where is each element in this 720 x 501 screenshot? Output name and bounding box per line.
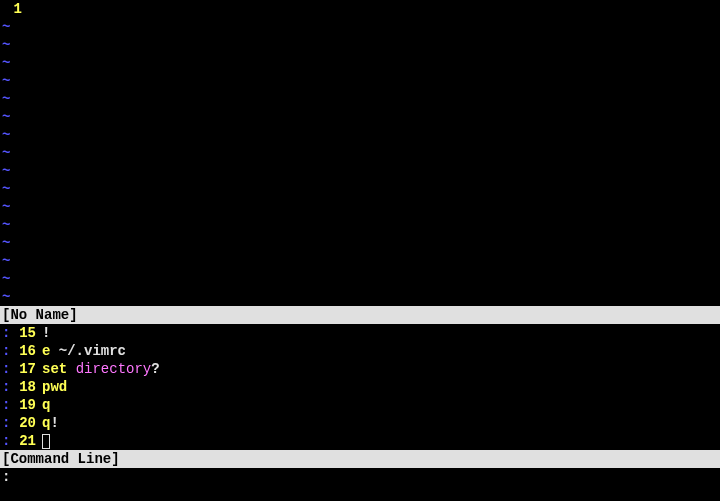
history-colon: : <box>0 342 12 360</box>
tilde-marker: ~ <box>0 90 28 108</box>
history-line-number: 20 <box>12 414 36 432</box>
empty-line: ~ <box>0 252 720 270</box>
token: ? <box>151 361 159 377</box>
cmdwin-status-line: [Command Line] <box>0 450 720 468</box>
tilde-marker: ~ <box>0 252 28 270</box>
history-command: q <box>36 396 50 414</box>
command-history-buffer[interactable]: :15!:16e ~/.vimrc:17set directory?:18pwd… <box>0 324 720 450</box>
history-line[interactable]: :18pwd <box>0 378 720 396</box>
history-line-number: 16 <box>12 342 36 360</box>
history-line[interactable]: :21 <box>0 432 720 450</box>
tilde-marker: ~ <box>0 144 28 162</box>
history-command <box>36 432 50 450</box>
empty-line: ~ <box>0 126 720 144</box>
tilde-marker: ~ <box>0 270 28 288</box>
command-line[interactable]: : <box>0 468 720 486</box>
tilde-marker: ~ <box>0 198 28 216</box>
top-buffer[interactable]: 1~~~~~~~~~~~~~~~~ <box>0 0 720 306</box>
empty-line: ~ <box>0 18 720 36</box>
history-colon: : <box>0 360 12 378</box>
token: q <box>42 397 50 413</box>
tilde-marker: ~ <box>0 54 28 72</box>
empty-line: ~ <box>0 144 720 162</box>
history-command: q! <box>36 414 59 432</box>
empty-line: ~ <box>0 234 720 252</box>
token <box>67 361 75 377</box>
empty-line: ~ <box>0 216 720 234</box>
tilde-marker: ~ <box>0 216 28 234</box>
tilde-marker: ~ <box>0 36 28 54</box>
token: ~/.vimrc <box>50 343 126 359</box>
cursor <box>42 434 50 449</box>
token: pwd <box>42 379 67 395</box>
empty-line: ~ <box>0 270 720 288</box>
token: directory <box>76 361 152 377</box>
empty-line: ~ <box>0 108 720 126</box>
tilde-marker: ~ <box>0 108 28 126</box>
empty-line: ~ <box>0 162 720 180</box>
history-line-number: 15 <box>12 324 36 342</box>
history-line[interactable]: :17set directory? <box>0 360 720 378</box>
history-line[interactable]: :15! <box>0 324 720 342</box>
empty-line: ~ <box>0 198 720 216</box>
history-line[interactable]: :20q! <box>0 414 720 432</box>
buffer-line[interactable]: 1 <box>0 0 720 18</box>
top-status-line: [No Name] <box>0 306 720 324</box>
history-line-number: 17 <box>12 360 36 378</box>
history-line-number: 21 <box>12 432 36 450</box>
history-command: ! <box>36 324 50 342</box>
tilde-marker: ~ <box>0 180 28 198</box>
history-command: e ~/.vimrc <box>36 342 126 360</box>
empty-line: ~ <box>0 180 720 198</box>
empty-line: ~ <box>0 72 720 90</box>
tilde-marker: ~ <box>0 126 28 144</box>
history-line[interactable]: :19q <box>0 396 720 414</box>
line-number: 1 <box>0 0 28 18</box>
history-colon: : <box>0 396 12 414</box>
history-colon: : <box>0 432 12 450</box>
empty-line: ~ <box>0 36 720 54</box>
tilde-marker: ~ <box>0 162 28 180</box>
history-line-number: 18 <box>12 378 36 396</box>
empty-line: ~ <box>0 288 720 306</box>
token: set <box>42 361 67 377</box>
token: ! <box>50 415 58 431</box>
tilde-marker: ~ <box>0 18 28 36</box>
history-line[interactable]: :16e ~/.vimrc <box>0 342 720 360</box>
token: ! <box>42 325 50 341</box>
history-line-number: 19 <box>12 396 36 414</box>
history-colon: : <box>0 324 12 342</box>
tilde-marker: ~ <box>0 288 28 306</box>
vim-editor: 1~~~~~~~~~~~~~~~~ [No Name] :15!:16e ~/.… <box>0 0 720 501</box>
tilde-marker: ~ <box>0 234 28 252</box>
history-colon: : <box>0 378 12 396</box>
history-command: pwd <box>36 378 67 396</box>
tilde-marker: ~ <box>0 72 28 90</box>
empty-line: ~ <box>0 54 720 72</box>
history-command: set directory? <box>36 360 160 378</box>
history-colon: : <box>0 414 12 432</box>
empty-line: ~ <box>0 90 720 108</box>
